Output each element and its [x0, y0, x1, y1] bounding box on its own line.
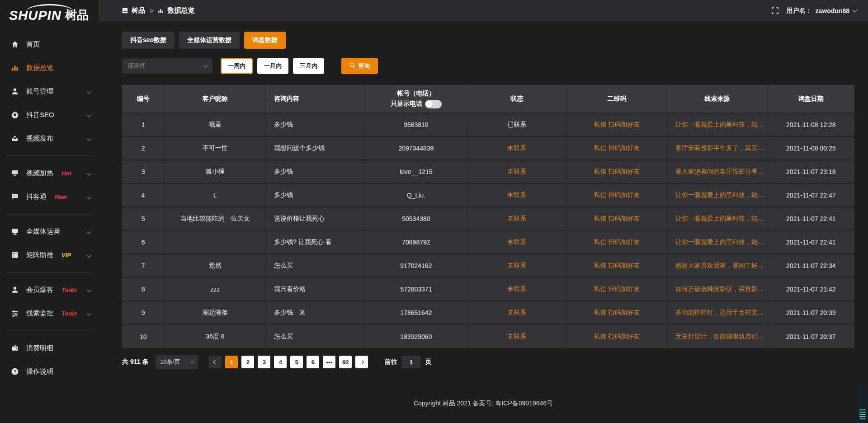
- filter-bar: 请选择 一周内 一月内 三月内 查询: [122, 58, 854, 74]
- chevron-down-icon: [87, 171, 91, 175]
- col-header-date: 询盘日期: [767, 85, 854, 113]
- chevron-down-icon: [87, 194, 91, 199]
- sidebar-item-video-publish[interactable]: 视频发布: [0, 127, 99, 150]
- page-button-92[interactable]: 92: [339, 356, 352, 368]
- page-button-6[interactable]: 6: [307, 356, 319, 368]
- page-button-1[interactable]: 1: [225, 356, 238, 368]
- page-button-5[interactable]: 5: [290, 356, 303, 368]
- cell-qrcode-link[interactable]: 私信 扫码加好友: [566, 160, 667, 183]
- phone-only-label: 只显示电话: [391, 100, 422, 108]
- cell-qrcode-link[interactable]: 私信 扫码加好友: [566, 207, 667, 230]
- cell-nickname: 不可一世: [165, 136, 266, 160]
- sidebar-item-account-mgmt[interactable]: 账号管理: [0, 80, 99, 103]
- chevron-left-icon: [213, 360, 217, 364]
- page-ellipsis-button[interactable]: •••: [323, 356, 335, 368]
- cell-source-link[interactable]: 无主灯设计，智能磁吸轨道灯...: [667, 324, 767, 348]
- sidebar-item-douyin-seo[interactable]: 抖音SEO: [0, 103, 99, 127]
- cell-account: love__1215: [365, 160, 467, 183]
- cell-source-link[interactable]: 让你一眼就爱上的黑科技，能...: [667, 207, 767, 230]
- sidebar-item-data-overview[interactable]: 数据总览: [0, 56, 99, 80]
- cell-source-link[interactable]: 被大家追着问的客厅投影分享...: [667, 160, 767, 183]
- cell-source-link[interactable]: 让你一眼就爱上的黑科技，能...: [667, 113, 767, 136]
- cell-account: 50534380: [365, 207, 467, 230]
- col-header-qrcode: 二维码: [566, 85, 667, 113]
- sidebar-item-matrix-boost[interactable]: 矩阵助推 VIP: [0, 243, 99, 267]
- period-three-months-button[interactable]: 三月内: [293, 58, 324, 74]
- cell-source-link[interactable]: 客厅安装投影半年多了，真实...: [667, 136, 767, 160]
- cell-qrcode-link[interactable]: 私信 扫码加好友: [566, 230, 667, 254]
- heat-display-icon: [11, 169, 19, 177]
- cell-nickname: 36度 8: [165, 324, 266, 348]
- cell-source-link[interactable]: 多功能护栏灯，适用于乡村文...: [667, 301, 767, 324]
- query-button[interactable]: 查询: [341, 58, 378, 74]
- sliders-icon: [11, 309, 19, 317]
- cell-source-link[interactable]: 感谢大家喜欢我家，被问了好...: [667, 254, 767, 277]
- cell-account: 572803371: [365, 277, 467, 301]
- tab-inquiry-data[interactable]: 询盘数据: [244, 32, 286, 49]
- period-one-month-button[interactable]: 一月内: [257, 58, 288, 74]
- breadcrumb-root[interactable]: 树品: [132, 6, 145, 15]
- next-page-button[interactable]: [355, 356, 368, 368]
- page-button-4[interactable]: 4: [274, 356, 287, 368]
- sidebar-item-omni-media[interactable]: 全媒体运营: [0, 220, 99, 243]
- cell-status: 未联系: [467, 230, 566, 254]
- cell-qrcode-link[interactable]: 私信 扫码加好友: [566, 301, 667, 324]
- cell-content: 说说价格让我死心: [266, 207, 365, 230]
- cell-content: 怎么买: [266, 324, 365, 348]
- cell-date: 2021-11-07 21:42: [767, 277, 854, 301]
- cell-qrcode-link[interactable]: 私信 扫码加好友: [566, 183, 667, 207]
- cell-qrcode-link[interactable]: 私信 扫码加好友: [566, 254, 667, 277]
- cell-content: 多少钱一米: [266, 301, 365, 324]
- sidebar-item-home[interactable]: 首页: [0, 33, 99, 56]
- cell-account: 9583810: [365, 113, 467, 136]
- goto-page-input[interactable]: 1: [401, 356, 420, 368]
- col-header-account-label: 帐号（电话）: [397, 89, 435, 98]
- cell-nickname: 当地比较能吃的一位美女: [165, 207, 266, 230]
- filter-select[interactable]: 请选择: [122, 58, 212, 74]
- floating-widget[interactable]: [858, 387, 867, 421]
- breadcrumb-separator: >: [150, 7, 153, 14]
- cell-qrcode-link[interactable]: 私信 扫码加好友: [566, 136, 667, 160]
- cell-id: 3: [122, 160, 165, 183]
- sidebar-item-label: 抖客通: [26, 193, 47, 201]
- cell-source-link[interactable]: 让你一眼就爱上的黑科技，能...: [667, 230, 767, 254]
- sidebar-item-member-burst[interactable]: 会员爆客 Tools: [0, 278, 99, 301]
- cell-nickname: L: [165, 183, 266, 207]
- cell-source-link[interactable]: 让你一眼就爱上的黑科技，能...: [667, 183, 767, 207]
- col-header-nickname: 客户昵称: [165, 85, 266, 113]
- period-one-week-button[interactable]: 一周内: [221, 58, 253, 74]
- user-menu[interactable]: 用户名：zswodun88: [787, 7, 856, 15]
- content-area: 抖音seo数据 全媒体运营数据 询盘数据 请选择 一周内 一月内 三月内 查询: [99, 22, 868, 369]
- cell-source-link[interactable]: 如何正确选择投影仪，买投影...: [667, 277, 767, 301]
- sidebar-item-doukeTong[interactable]: 抖客通 New: [0, 185, 99, 208]
- chat-icon: [11, 193, 19, 201]
- cell-qrcode-link[interactable]: 私信 扫码加好友: [566, 277, 667, 301]
- tab-omni-media-data[interactable]: 全媒体运营数据: [179, 32, 240, 49]
- cell-date: 2021-11-07 23:18: [767, 160, 854, 183]
- page-button-3[interactable]: 3: [258, 356, 270, 368]
- sidebar-divider: [7, 330, 91, 331]
- sidebar-item-expense-detail[interactable]: 消费明细: [0, 336, 99, 360]
- prev-page-button[interactable]: [209, 356, 222, 368]
- sidebar-item-video-heat[interactable]: 视频加热 Hot: [0, 161, 99, 185]
- cell-account: 917024162: [365, 254, 467, 277]
- cell-date: 2021-11-07 20:39: [767, 301, 854, 324]
- sidebar-item-lead-monitor[interactable]: 线索监控 Tools: [0, 301, 99, 325]
- cell-qrcode-link[interactable]: 私信 扫码加好友: [566, 113, 667, 136]
- cell-nickname: 哦章: [165, 113, 266, 136]
- page-button-2[interactable]: 2: [241, 356, 254, 368]
- fullscreen-icon[interactable]: [772, 7, 778, 14]
- tab-douyin-seo-data[interactable]: 抖音seo数据: [122, 32, 175, 49]
- phone-only-toggle[interactable]: [425, 100, 442, 108]
- chevron-down-icon: [87, 136, 91, 141]
- cell-nickname: [165, 230, 266, 254]
- cell-qrcode-link[interactable]: 私信 扫码加好友: [566, 324, 667, 348]
- page-size-select[interactable]: 10条/页: [156, 355, 198, 369]
- cell-content: 我想问这个多少钱: [266, 136, 365, 160]
- filter-select-placeholder: 请选择: [127, 62, 145, 70]
- hot-badge: Hot: [61, 170, 71, 177]
- main-column: 树品 > 数据总览 用户名：zswodun88 抖音seo数据 全媒体运营数据 …: [99, 0, 868, 423]
- app-logo: SHUPIN 树品: [0, 3, 99, 26]
- sidebar-item-help[interactable]: ? 操作说明: [0, 360, 99, 383]
- username-value: zswodun88: [816, 7, 849, 14]
